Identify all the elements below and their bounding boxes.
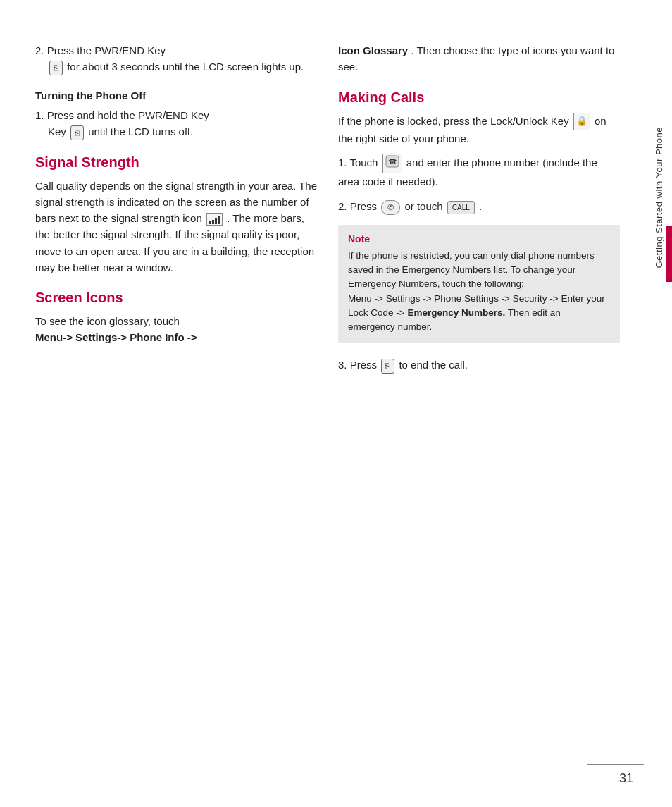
turning-off-step1: 1. Press and hold the PWR/END Key Key ⎘ … [35,107,317,140]
turning-off-step1-text: 1. Press and hold the PWR/END Key [35,109,209,121]
screen-icons-heading: Screen Icons [35,290,317,306]
step2-heading: 2. Press the PWR/END Key [35,44,166,56]
step2: 2. Press ✆ or touch CALL . [338,198,620,215]
note-text: If the phone is restricted, you can only… [348,249,610,335]
signal-strength-section: Signal Strength Call quality depends on … [35,154,317,276]
main-content: 2. Press the PWR/END Key ⎘ for about 3 s… [0,0,645,807]
step3: 3. Press ⎘ to end the call. [338,357,620,374]
making-calls-para: If the phone is locked, press the Lock/U… [338,113,620,147]
step2-line1: 2. Press the PWR/END Key [35,42,317,58]
side-tab-text: Getting Started with Your Phone [654,127,664,269]
page-number: 31 [619,771,633,786]
turning-off-heading: Turning the Phone Off [35,90,317,101]
step2-text: for about 3 seconds until the LCD screen… [67,61,304,73]
end-call-icon: ⎘ [381,359,394,374]
turning-off-step1b: until the LCD turns off. [88,125,193,137]
call-button-icon: CALL [447,201,475,215]
touch-icon: ☎ [382,154,402,173]
screen-icons-section: Screen Icons To see the icon glossary, t… [35,290,317,346]
lock-key-icon: 🔒 [573,113,590,130]
page-container: Getting Started with Your Phone 2. Press… [0,0,672,807]
right-column: Icon Glossary . Then choose the type of … [338,42,620,779]
icon-glossary-strong: Icon Glossary [338,44,408,56]
step-power-on: 2. Press the PWR/END Key ⎘ for about 3 s… [35,42,317,75]
icon-glossary-text: Icon Glossary . Then choose the type of … [338,42,620,75]
note-box: Note If the phone is restricted, you can… [338,225,620,343]
step2-indent: ⎘ for about 3 seconds until the LCD scre… [35,58,317,75]
left-column: 2. Press the PWR/END Key ⎘ for about 3 s… [35,42,317,779]
send-key-icon: ✆ [381,200,400,215]
signal-strength-para: Call quality depends on the signal stren… [35,178,317,276]
signal-bars-icon [206,213,223,226]
pwr-key-icon: ⎘ [49,61,63,75]
screen-icons-nav: Menu-> Settings-> Phone Info -> [35,331,197,343]
note-title: Note [348,233,610,245]
screen-icons-para: To see the icon glossary, touch Menu-> S… [35,313,317,346]
side-tab: Getting Started with Your Phone [645,0,672,807]
making-calls-heading: Making Calls [338,90,620,106]
pwr-key-icon-2: ⎘ [70,125,84,140]
side-tab-bar [666,226,672,282]
emergency-numbers-bold: Emergency Numbers. [407,307,505,318]
turning-off-section: Turning the Phone Off 1. Press and hold … [35,90,317,140]
bottom-line [587,764,644,765]
turning-off-step1-indent: Key ⎘ until the LCD turns off. [35,123,317,140]
svg-text:☎: ☎ [388,158,397,166]
step1: 1. Touch ☎ and enter the phone number (i… [338,154,620,190]
making-calls-section: Making Calls If the phone is locked, pre… [338,90,620,374]
signal-strength-heading: Signal Strength [35,154,317,171]
